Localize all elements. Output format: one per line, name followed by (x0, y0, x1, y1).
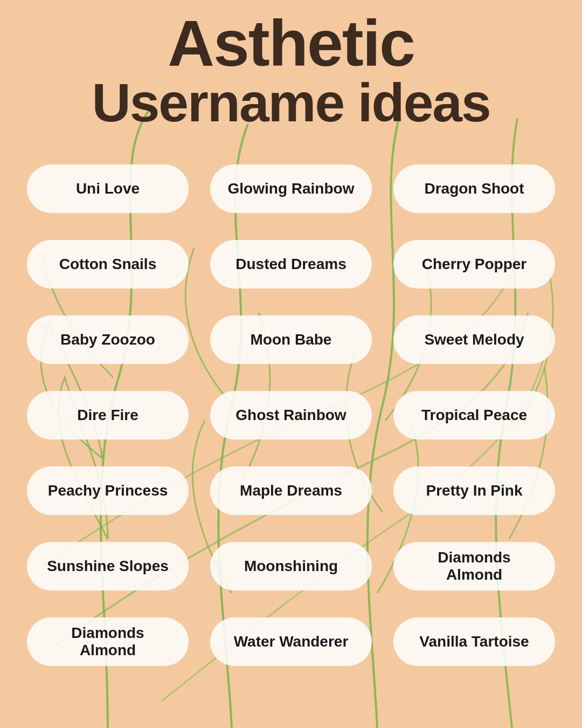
username-text: Sunshine Slopes (47, 558, 169, 575)
username-pill: Sunshine Slopes (27, 542, 189, 590)
username-pill: Maple Dreams (210, 466, 372, 515)
username-text: Peachy Princess (48, 482, 168, 499)
username-text: Vanilla Tartoise (419, 633, 529, 650)
title-line2: Username ideas (0, 75, 582, 129)
username-text: Dire Fire (77, 407, 138, 424)
username-pill: Cherry Popper (393, 240, 555, 289)
username-text: Diamonds Almond (42, 624, 174, 659)
username-text: Tropical Peace (421, 407, 527, 424)
username-text: Ghost Rainbow (235, 407, 346, 424)
username-text: Glowing Rainbow (228, 180, 355, 197)
username-pill: Moon Babe (210, 315, 372, 364)
username-pill: Uni Love (27, 164, 189, 213)
username-text: Uni Love (76, 180, 140, 197)
username-pill: Pretty In Pink (393, 466, 555, 515)
username-pill: Tropical Peace (393, 391, 555, 439)
username-text: Pretty In Pink (426, 482, 523, 499)
username-text: Moonshining (244, 558, 338, 575)
username-text: Maple Dreams (240, 482, 342, 499)
username-pill: Sweet Melody (393, 315, 555, 364)
username-text: Baby Zoozoo (60, 331, 155, 348)
username-pill: Ghost Rainbow (210, 391, 372, 439)
username-text: Moon Babe (251, 331, 332, 348)
username-pill: Cotton Snails (27, 240, 189, 289)
username-pill: Diamonds Almond (27, 617, 189, 666)
username-text: Water Wanderer (234, 633, 349, 650)
username-text: Dragon Shoot (424, 180, 524, 197)
username-pill: Water Wanderer (210, 617, 372, 666)
username-pill: Dragon Shoot (393, 164, 555, 213)
username-text: Sweet Melody (424, 331, 524, 348)
username-pill: Baby Zoozoo (27, 315, 189, 364)
title-section: Asthetic Username ideas (0, 0, 582, 129)
username-pill: Moonshining (210, 542, 372, 590)
username-pill: Peachy Princess (27, 466, 189, 515)
username-pill: Dusted Dreams (210, 240, 372, 289)
username-text: Cherry Popper (422, 256, 527, 273)
username-grid: Uni LoveGlowing RainbowDragon ShootCotto… (0, 146, 582, 685)
username-pill: Diamonds Almond (393, 542, 555, 590)
username-text: Dusted Dreams (235, 256, 346, 273)
username-pill: Vanilla Tartoise (393, 617, 555, 666)
username-pill: Glowing Rainbow (210, 164, 372, 213)
username-text: Diamonds Almond (408, 549, 540, 583)
username-pill: Dire Fire (27, 391, 189, 439)
title-line1: Asthetic (0, 11, 582, 75)
username-text: Cotton Snails (59, 256, 156, 273)
